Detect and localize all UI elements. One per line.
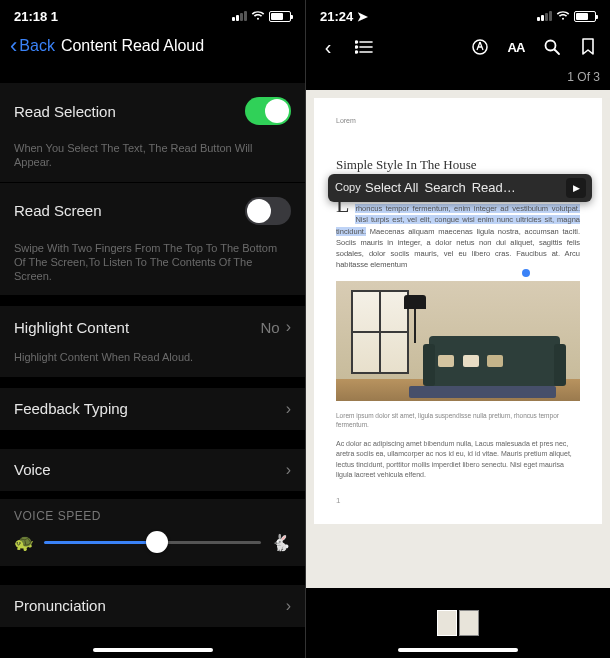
signal-icon <box>537 11 552 21</box>
read-screen-toggle[interactable] <box>245 197 291 225</box>
doc-header-small: Lorem <box>336 116 580 126</box>
chevron-right-icon: › <box>286 400 291 418</box>
highlight-desc: Highlight Content When Read Aloud. <box>0 348 305 376</box>
select-all-button[interactable]: Select All <box>364 179 419 197</box>
rabbit-icon: 🐇 <box>271 533 291 552</box>
status-bar: 21:18 1 <box>0 0 305 28</box>
document-viewport[interactable]: Lorem Simple Style In The House Copy Sel… <box>306 90 610 588</box>
highlight-label: Highlight Content <box>14 319 129 336</box>
doc-paragraph-2[interactable]: Ac dolor ac adipiscing amet bibendum nul… <box>336 439 580 481</box>
feedback-typing-row[interactable]: Feedback Typing › <box>0 387 305 430</box>
back-icon[interactable]: ‹ <box>318 37 338 57</box>
turtle-icon: 🐢 <box>14 533 34 552</box>
status-time: 21:18 1 <box>14 9 58 24</box>
voice-speed-slider[interactable] <box>44 541 261 544</box>
page-thumbnails[interactable] <box>437 610 479 636</box>
voice-speed-slider-row: 🐢 🐇 <box>0 529 305 566</box>
reader-bottom-bar <box>306 588 610 658</box>
signal-icon <box>232 11 247 21</box>
voice-row[interactable]: Voice › <box>0 448 305 491</box>
chevron-right-icon: › <box>286 461 291 479</box>
reader-screen: 21:24 ➤ ‹ AA 1 Of 3 <box>305 0 610 658</box>
bookmark-icon[interactable] <box>578 37 598 57</box>
read-selection-row[interactable]: Read Selection <box>0 82 305 139</box>
voice-label: Voice <box>14 461 51 478</box>
highlight-content-row[interactable]: Highlight Content No › <box>0 305 305 348</box>
page-counter: 1 Of 3 <box>306 66 610 90</box>
read-button[interactable]: Read… <box>471 179 517 197</box>
pronunciation-row[interactable]: Pronunciation › <box>0 584 305 627</box>
read-selection-desc: When You Select The Text, The Read Butto… <box>0 139 305 182</box>
chevron-right-icon: › <box>286 597 291 615</box>
feedback-label: Feedback Typing <box>14 400 128 417</box>
read-selection-label: Read Selection <box>14 103 116 120</box>
highlight-value: No <box>260 319 279 336</box>
voice-speed-header: VOICE SPEED <box>0 499 305 529</box>
appearance-icon[interactable] <box>470 37 490 57</box>
battery-icon <box>574 11 596 22</box>
search-button[interactable]: Search <box>423 179 466 197</box>
selection-handle-end[interactable] <box>522 269 530 277</box>
text-selection-menu: Copy Select All Search Read… ▶ <box>328 174 592 202</box>
svg-line-8 <box>555 50 560 55</box>
font-size-icon[interactable]: AA <box>506 37 526 57</box>
page-title: Content Read Aloud <box>61 37 204 55</box>
chevron-right-icon: › <box>286 318 291 336</box>
svg-point-3 <box>356 41 358 43</box>
svg-point-5 <box>356 51 358 53</box>
status-icons <box>232 11 291 22</box>
toc-icon[interactable] <box>354 37 374 57</box>
home-indicator[interactable] <box>398 648 518 652</box>
more-arrow-icon[interactable]: ▶ <box>566 178 586 198</box>
status-time: 21:24 ➤ <box>320 9 368 24</box>
back-label[interactable]: Back <box>19 37 55 55</box>
status-icons <box>537 11 596 22</box>
back-chevron-icon[interactable]: ‹ <box>10 33 17 59</box>
doc-caption: Lorem ipsum dolor sit amet, ligula suspe… <box>336 411 580 429</box>
search-icon[interactable] <box>542 37 562 57</box>
read-selection-toggle[interactable] <box>245 97 291 125</box>
svg-point-4 <box>356 46 358 48</box>
nav-bar: ‹ Back Content Read Aloud <box>0 28 305 64</box>
document-page[interactable]: Lorem Simple Style In The House Copy Sel… <box>314 98 602 524</box>
wifi-icon <box>251 11 265 21</box>
pronunciation-label: Pronunciation <box>14 597 106 614</box>
read-screen-desc: Swipe With Two Fingers From The Top To T… <box>0 239 305 296</box>
battery-icon <box>269 11 291 22</box>
doc-page-number: 1 <box>336 495 580 506</box>
wifi-icon <box>556 11 570 21</box>
doc-image <box>336 281 580 401</box>
doc-title: Simple Style In The House <box>336 156 580 174</box>
paragraph-text[interactable]: Maecenas aliquam maecenas ligula nostra,… <box>336 227 580 270</box>
copy-button[interactable]: Copy <box>334 180 364 195</box>
read-screen-label: Read Screen <box>14 202 102 219</box>
thumbnail-1[interactable] <box>437 610 457 636</box>
thumbnail-2[interactable] <box>459 610 479 636</box>
read-screen-row[interactable]: Read Screen <box>0 182 305 239</box>
status-bar: 21:24 ➤ <box>306 0 610 28</box>
home-indicator[interactable] <box>93 648 213 652</box>
reader-toolbar: ‹ AA <box>306 28 610 66</box>
settings-screen: 21:18 1 ‹ Back Content Read Aloud Read S… <box>0 0 305 658</box>
slider-thumb[interactable] <box>146 531 168 553</box>
